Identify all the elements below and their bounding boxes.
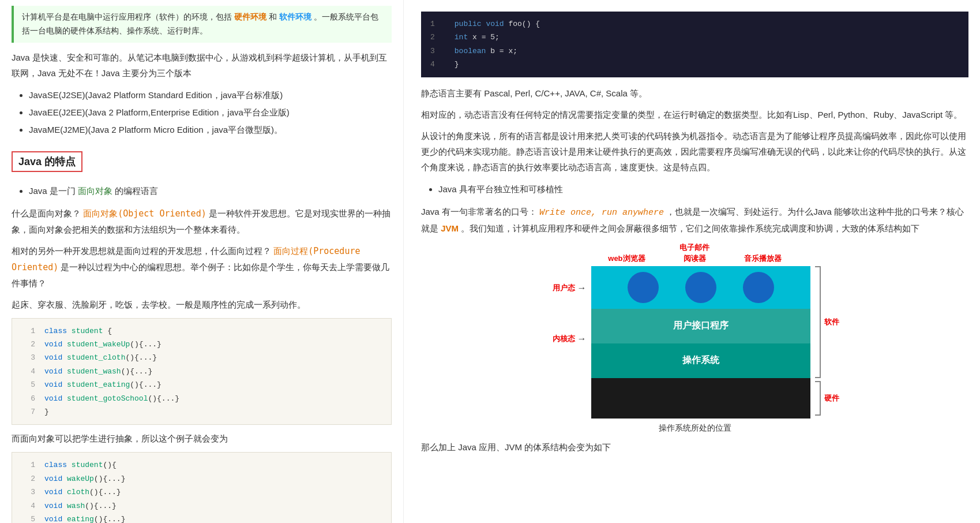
example-text: 起床、穿衣服、洗脸刷牙，吃饭，去学校。一般是顺序性的完成一系列动作。 <box>12 297 392 312</box>
code-line: 4 void student_wash(){...} <box>21 365 382 378</box>
platform-bullet: Java 具有平台独立性和可移植性 <box>438 181 968 198</box>
code-line: 3 boolean b = x; <box>430 44 959 58</box>
code-line: 1class student { <box>21 324 382 338</box>
features-list: Java 是一门 面向对象 的编程语言 <box>29 182 392 200</box>
os-layer: 操作系统 <box>591 343 810 378</box>
code-line: 4 void wash(){...} <box>21 499 382 513</box>
circle-3 <box>743 272 774 303</box>
hardware-label: 硬件 <box>824 393 839 404</box>
section-title: Java 的特点 <box>12 151 82 172</box>
circles-row <box>591 266 810 309</box>
code-line: 6 void student_gotoSchool(){...} <box>21 392 382 405</box>
feature-item: Java 是一门 面向对象 的编程语言 <box>29 182 392 200</box>
hw-label: 硬件环境 <box>234 12 266 21</box>
java-intro: Java 是快速、安全和可靠的。从笔记本电脑到数据中心，从游戏机到科学超级计算机… <box>12 50 392 81</box>
write-once-para: Java 有一句非常著名的口号： Write once, run anywher… <box>421 204 968 236</box>
right-panel: 1 public void foo() { 2 int x = 5; 3 boo… <box>404 0 980 523</box>
design-para: 从设计的角度来说，所有的语言都是设计用来把人类可读的代码转换为机器指令。动态语言… <box>421 128 968 175</box>
software-label: 软件 <box>824 317 839 327</box>
right-features-list: Java 具有平台独立性和可移植性 <box>438 181 968 198</box>
oop-link[interactable]: 面向对象 <box>78 186 112 196</box>
software-bracket: 软件 <box>815 266 845 378</box>
code-line: 5 void eating(){...} <box>21 513 382 523</box>
code-line: 5 void student_eating(){...} <box>21 378 382 391</box>
intro-box: 计算机平台是在电脑中运行应用程序（软件）的环境，包括 硬件环境 和 软件环境 。… <box>12 6 392 43</box>
list-item: JavaME(J2ME)(Java 2 Platform Micro Editi… <box>29 121 392 139</box>
pop-intro-para: 相对的另外一种开发思想就是面向过程的开发思想，什么面向过程？ 面向过程(Proc… <box>12 243 392 291</box>
code-line: 3 void student_cloth(){...} <box>21 351 382 364</box>
code-line: 3 void cloth(){...} <box>21 485 382 499</box>
diagram-caption: 操作系统所处的位置 <box>545 423 845 434</box>
code-block-2: 1class student(){ 2 void wakeUp(){...} 3… <box>12 452 392 523</box>
app-layer <box>591 266 810 309</box>
hardware-bracket: 硬件 <box>815 378 845 419</box>
dynamic-lang: 相对应的，动态语言没有任何特定的情况需要指定变量的类型，在运行时确定的数据类型。… <box>421 107 968 122</box>
code-line: 1 public void foo() { <box>430 17 959 31</box>
write-once-text: Write once, run anywhere <box>539 208 664 218</box>
diagram-main: 用户态 → 内核态 → <box>545 266 845 419</box>
circle-2 <box>685 272 716 303</box>
edition-list: JavaSE(J2SE)(Java2 Platform Standard Edi… <box>29 87 392 139</box>
system-diagram: web浏览器 电子邮件阅读器 音乐播放器 用户态 → 内核态 → <box>545 242 845 434</box>
code-line: 2 void wakeUp(){...} <box>21 472 382 485</box>
code-line: 7} <box>21 405 382 419</box>
hw-layer <box>591 378 810 419</box>
code-line: 2 int x = 5; <box>430 31 959 44</box>
kernel-label: 内核态 → <box>553 334 587 344</box>
oop-define-link[interactable]: 面向对象(Object Oriented) <box>83 208 206 219</box>
sw-label: 软件环境 <box>279 12 311 21</box>
oop-question-para: 什么是面向对象？ 面向对象(Object Oriented) 是一种软件开发思想… <box>12 206 392 237</box>
intro-text-1: 计算机平台是在电脑中运行应用程序（软件）的环境，包括 <box>22 12 234 21</box>
layers: 用户接口程序 操作系统 <box>591 266 810 419</box>
code-line: 1class student(){ <box>21 458 382 472</box>
jvm-para: 那么加上 Java 应用、JVM 的体系结构会变为如下 <box>421 439 968 455</box>
static-langs: 静态语言主要有 Pascal, Perl, C/C++, JAVA, C#, S… <box>421 85 968 101</box>
app-label-music: 音乐播放器 <box>744 253 782 264</box>
code-line: 2 void student_wakeUp(){...} <box>21 338 382 351</box>
right-labels: 软件 硬件 <box>810 266 845 419</box>
left-panel: 计算机平台是在电脑中运行应用程序（软件）的环境，包括 硬件环境 和 软件环境 。… <box>0 0 404 523</box>
jvm-text: JVM <box>441 223 459 233</box>
app-label-browser: web浏览器 <box>608 253 645 264</box>
code-block-1: 1class student { 2 void student_wakeUp()… <box>12 318 392 425</box>
list-item: JavaSE(J2SE)(Java2 Platform Standard Edi… <box>29 87 392 104</box>
list-item: JavaEE(J2EE)(Java 2 Platform,Enterprise … <box>29 104 392 121</box>
code-line: 4 } <box>430 58 959 71</box>
ui-layer: 用户接口程序 <box>591 309 810 343</box>
app-label-email: 电子邮件阅读器 <box>679 242 709 264</box>
user-state-label: 用户态 → <box>553 283 587 293</box>
right-code-block: 1 public void foo() { 2 int x = 5; 3 boo… <box>421 12 968 77</box>
oop-abstract-text: 而面向对象可以把学生进行抽象，所以这个例子就会变为 <box>12 431 392 446</box>
intro-text-2: 和 <box>266 12 279 21</box>
app-labels-row: web浏览器 电子邮件阅读器 音乐播放器 <box>545 242 845 266</box>
left-labels: 用户态 → 内核态 → <box>545 266 591 419</box>
circle-1 <box>628 272 659 303</box>
